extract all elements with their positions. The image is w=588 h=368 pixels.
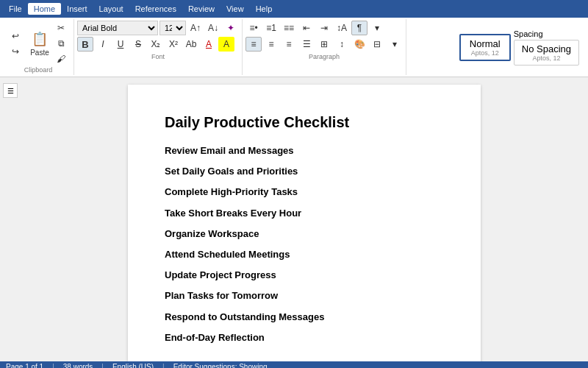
- format-painter-button[interactable]: 🖌: [53, 52, 69, 66]
- document-page: Daily Productive Checklist Review Email …: [128, 85, 481, 361]
- style-nospacing-card[interactable]: No Spacing Aptos, 12: [514, 40, 579, 66]
- strikethrough-button[interactable]: S: [130, 37, 146, 52]
- copy-button[interactable]: ⧉: [53, 36, 69, 51]
- subscript-button[interactable]: X₂: [148, 37, 164, 52]
- borders-button[interactable]: ⊟: [369, 37, 385, 52]
- redo-button[interactable]: ↪: [7, 44, 24, 59]
- status-language: English (US): [112, 363, 154, 369]
- menu-help[interactable]: Help: [250, 3, 279, 15]
- font-label: Font: [77, 53, 239, 60]
- columns-button[interactable]: ⊞: [316, 37, 332, 52]
- decrease-indent-button[interactable]: ⇤: [298, 21, 315, 35]
- bold-button[interactable]: B: [77, 37, 93, 52]
- doc-item-4: Take Short Breaks Every Hour: [165, 207, 444, 220]
- status-sep1: |: [52, 363, 54, 369]
- menu-bar: File Home Insert Layout References Revie…: [0, 0, 588, 18]
- sort-button[interactable]: ↕A: [334, 21, 350, 35]
- doc-item-7: Update Project Progress: [165, 269, 444, 282]
- clipboard-tools-row: ↩ ↪ 📋 Paste ✂ ⧉ 🖌: [7, 21, 69, 66]
- styles-group: Normal Aptos, 12 Spacing No Spacing Apto…: [453, 19, 585, 75]
- underline-button[interactable]: U: [112, 37, 129, 52]
- paragraph-group: ≡• ≡1 ≡≡ ⇤ ⇥ ↕A ¶ ▾ ≡ ≡ ≡ ☰ ⊞ ↕ 🎨 ⊟ ▾ Pa…: [243, 19, 406, 75]
- numbering-button[interactable]: ≡1: [263, 21, 279, 35]
- style-normal-name: Normal: [468, 38, 502, 49]
- doc-item-1: Review Email and Messages: [165, 144, 444, 158]
- status-sep2: |: [101, 363, 104, 369]
- font-bottom-row: B I U S X₂ X² Ab A A: [77, 37, 239, 52]
- para-expand2-button[interactable]: ▾: [387, 37, 403, 52]
- increase-font-button[interactable]: A↑: [187, 21, 204, 35]
- spacing-column: Spacing No Spacing Aptos, 12: [514, 29, 579, 66]
- navigation-icon[interactable]: ☰: [3, 83, 18, 98]
- italic-button[interactable]: I: [95, 37, 111, 52]
- superscript-button[interactable]: X²: [165, 37, 182, 52]
- undo-button[interactable]: ↩: [7, 29, 24, 43]
- document-title: Daily Productive Checklist: [165, 114, 444, 131]
- align-center-button[interactable]: ≡: [263, 37, 279, 52]
- status-bar: Page 1 of 1 | 38 words | English (US) | …: [0, 361, 588, 368]
- paste-button[interactable]: 📋 Paste: [28, 27, 51, 60]
- menu-layout[interactable]: Layout: [93, 3, 129, 15]
- doc-item-6: Attend Scheduled Meetings: [165, 248, 444, 261]
- doc-item-10: End-of-Day Reflection: [165, 331, 444, 344]
- clipboard-label: Clipboard: [7, 66, 69, 74]
- justify-button[interactable]: ☰: [298, 37, 315, 52]
- paste-icon: 📋: [32, 31, 48, 47]
- paragraph-label: Paragraph: [245, 53, 403, 60]
- menu-references[interactable]: References: [129, 3, 182, 15]
- menu-view[interactable]: View: [220, 3, 250, 15]
- style-normal-card[interactable]: Normal Aptos, 12: [459, 34, 511, 61]
- doc-item-2: Set Daily Goals and Priorities: [165, 165, 444, 178]
- ribbon-toolbar: ↩ ↪ 📋 Paste ✂ ⧉ 🖌 Clipboard Arial Bold 1: [0, 18, 588, 77]
- paste-label: Paste: [30, 49, 49, 57]
- status-editor: Editor Suggestions: Showing: [173, 363, 268, 369]
- doc-item-9: Respond to Outstanding Messages: [165, 311, 444, 324]
- align-right-button[interactable]: ≡: [281, 37, 297, 52]
- menu-insert[interactable]: Insert: [61, 3, 93, 15]
- para-bottom-row: ≡ ≡ ≡ ☰ ⊞ ↕ 🎨 ⊟ ▾: [245, 37, 403, 52]
- menu-file[interactable]: File: [3, 3, 28, 15]
- line-spacing-button[interactable]: ↕: [334, 37, 350, 52]
- doc-item-3: Complete High-Priority Tasks: [165, 185, 444, 199]
- menu-review[interactable]: Review: [182, 3, 220, 15]
- font-name-select[interactable]: Arial Bold: [77, 21, 158, 35]
- undo-redo-group: ↩ ↪: [7, 29, 24, 59]
- clipboard-group: ↩ ↪ 📋 Paste ✂ ⧉ 🖌 Clipboard: [3, 19, 74, 75]
- status-page: Page 1 of 1: [6, 363, 43, 369]
- highlight-button[interactable]: A: [218, 37, 234, 52]
- document-area: Daily Productive Checklist Review Email …: [21, 77, 588, 361]
- doc-item-8: Plan Tasks for Tomorrow: [165, 289, 444, 302]
- cut-copy-group: ✂ ⧉ 🖌: [53, 21, 69, 66]
- decrease-font-button[interactable]: A↓: [205, 21, 221, 35]
- font-case-button[interactable]: Ab: [183, 37, 199, 52]
- clear-format-button[interactable]: ✦: [223, 21, 239, 35]
- status-sep3: |: [162, 363, 165, 369]
- font-size-select[interactable]: 12: [159, 21, 186, 35]
- align-left-button[interactable]: ≡: [245, 37, 262, 52]
- font-color-button[interactable]: A: [201, 37, 217, 52]
- font-group: Arial Bold 12 A↑ A↓ ✦ B I U S X₂ X² Ab A…: [74, 19, 243, 75]
- para-expand-button[interactable]: ▾: [369, 21, 385, 35]
- cut-button[interactable]: ✂: [53, 21, 69, 35]
- shading-button[interactable]: 🎨: [351, 37, 368, 52]
- show-marks-button[interactable]: ¶: [351, 21, 368, 35]
- font-top-row: Arial Bold 12 A↑ A↓ ✦: [77, 21, 239, 35]
- multilevel-list-button[interactable]: ≡≡: [281, 21, 297, 35]
- style-nospacing-name: No Spacing: [522, 43, 571, 54]
- menu-home[interactable]: Home: [28, 3, 61, 15]
- increase-indent-button[interactable]: ⇥: [316, 21, 332, 35]
- main-area: ☰ Daily Productive Checklist Review Emai…: [0, 77, 588, 361]
- doc-item-5: Organize Workspace: [165, 227, 444, 241]
- para-top-row: ≡• ≡1 ≡≡ ⇤ ⇥ ↕A ¶ ▾: [245, 21, 403, 35]
- bullets-button[interactable]: ≡•: [245, 21, 262, 35]
- style-normal-sub: Aptos, 12: [468, 49, 502, 57]
- status-words: 38 words: [63, 363, 93, 369]
- left-sidebar: ☰: [0, 77, 21, 361]
- style-nospacing-sub: Aptos, 12: [522, 54, 571, 62]
- spacing-label: Spacing: [514, 29, 543, 38]
